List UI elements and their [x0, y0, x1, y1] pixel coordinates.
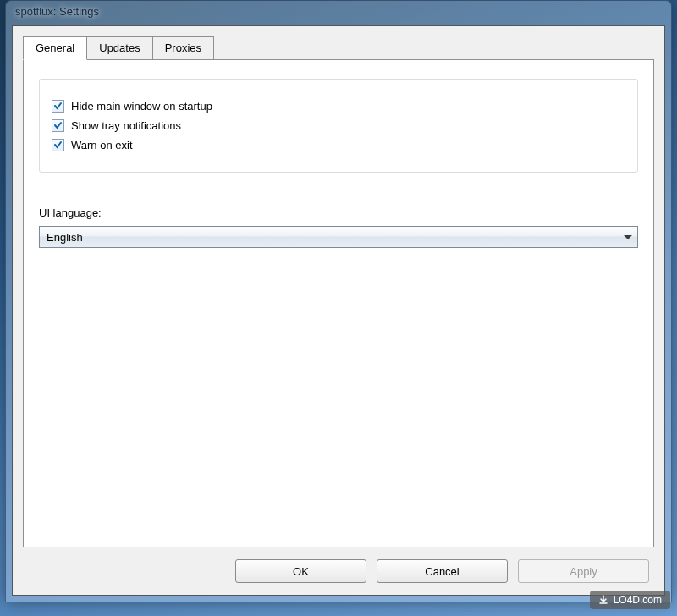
checkbox-row-tray-notifications: Show tray notifications: [52, 119, 625, 132]
cancel-button[interactable]: Cancel: [377, 559, 508, 583]
checkbox-label: Hide main window on startup: [71, 100, 212, 113]
combobox-value: English: [47, 231, 83, 244]
tab-proxies[interactable]: Proxies: [152, 36, 214, 59]
language-combobox[interactable]: English: [39, 226, 638, 248]
options-group: Hide main window on startup Show tray no…: [39, 79, 638, 173]
checkbox-row-hide-startup: Hide main window on startup: [52, 100, 625, 113]
tab-strip: General Updates Proxies: [23, 36, 654, 59]
settings-window: spotflux: Settings General Updates Proxi…: [5, 0, 672, 602]
checkbox-hide-startup[interactable]: [52, 100, 64, 113]
apply-button[interactable]: Apply: [518, 559, 649, 583]
tab-label: Updates: [99, 41, 140, 54]
tab-region: General Updates Proxies: [13, 26, 664, 547]
language-label: UI language:: [39, 206, 638, 219]
button-bar: OK Cancel Apply: [13, 547, 664, 595]
titlebar[interactable]: spotflux: Settings: [5, 0, 672, 25]
checkbox-label: Show tray notifications: [71, 119, 181, 132]
client-area: General Updates Proxies: [12, 25, 665, 596]
watermark-text: LO4D.com: [614, 594, 662, 606]
button-label: Apply: [570, 565, 597, 578]
tab-panel-general: Hide main window on startup Show tray no…: [23, 59, 654, 547]
tab-updates[interactable]: Updates: [86, 36, 152, 59]
tab-label: Proxies: [165, 41, 201, 54]
watermark: LO4D.com: [590, 591, 670, 609]
checkbox-label: Warn on exit: [71, 139, 133, 151]
tab-general[interactable]: General: [23, 36, 87, 60]
checkmark-icon: [53, 140, 63, 150]
button-label: OK: [293, 565, 309, 578]
checkbox-warn-exit[interactable]: [52, 139, 64, 151]
button-label: Cancel: [425, 565, 459, 578]
window-title: spotflux: Settings: [15, 5, 99, 18]
checkmark-icon: [53, 102, 63, 111]
tab-label: General: [36, 41, 74, 54]
ok-button[interactable]: OK: [235, 559, 366, 583]
checkbox-row-warn-exit: Warn on exit: [52, 139, 625, 151]
download-icon: [598, 595, 608, 605]
checkbox-tray-notifications[interactable]: [52, 119, 64, 132]
checkmark-icon: [53, 121, 63, 130]
chevron-down-icon: [624, 235, 632, 239]
